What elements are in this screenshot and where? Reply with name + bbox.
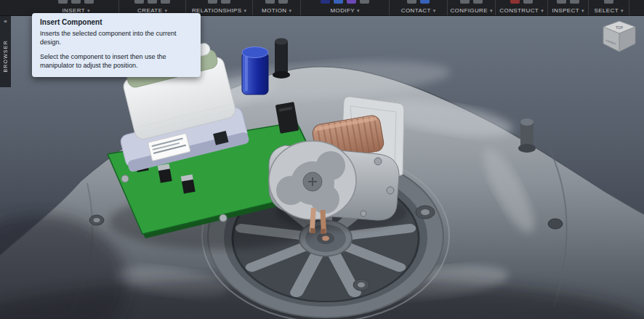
toolbar-icons: [119, 0, 185, 4]
toolbar-icons: [548, 0, 588, 4]
toolbar-icons: [253, 0, 300, 4]
toolbar-group-contact[interactable]: CONTACT ▾: [390, 0, 448, 15]
tool-icon[interactable]: [360, 0, 369, 4]
tool-icon[interactable]: [134, 0, 144, 4]
toolbar-label-relationships[interactable]: RELATIONSHIPS: [192, 7, 242, 14]
tool-icon[interactable]: [510, 0, 520, 4]
chevron-down-icon[interactable]: ▾: [87, 8, 90, 13]
view-cube[interactable]: TOP FRONT RIGHT: [599, 17, 640, 58]
toolbar-label-motion[interactable]: MOTION: [262, 7, 286, 14]
tool-icon[interactable]: [557, 0, 566, 4]
toolbar-icons: [33, 0, 118, 4]
tool-icon[interactable]: [278, 0, 288, 4]
tool-icon[interactable]: [221, 0, 230, 4]
chevron-down-icon[interactable]: ▾: [164, 8, 167, 13]
toolbar-icons: [186, 0, 252, 4]
tool-icon[interactable]: [460, 0, 470, 4]
toolbar-group-modify[interactable]: MODIFY ▾: [301, 0, 390, 15]
tooltip-paragraph: Inserts the selected component into the …: [40, 30, 193, 47]
capacitor[interactable]: [242, 47, 268, 95]
toolbar-icons: [496, 0, 547, 4]
chevron-down-icon[interactable]: ▾: [289, 8, 291, 13]
tool-icon[interactable]: [473, 0, 483, 4]
chevron-down-icon[interactable]: ▾: [433, 8, 436, 13]
cam-plate[interactable]: [269, 141, 356, 219]
tool-icon[interactable]: [265, 0, 275, 4]
tool-icon[interactable]: [347, 0, 356, 4]
toolbar-label-inspect[interactable]: INSPECT: [552, 7, 579, 14]
toolbar-group-construct[interactable]: CONSTRUCT ▾: [496, 0, 548, 15]
toolbar-label-contact[interactable]: CONTACT: [401, 7, 431, 14]
standoff-post[interactable]: [273, 39, 290, 79]
chevron-down-icon[interactable]: ▾: [357, 8, 360, 13]
tool-icon[interactable]: [523, 0, 533, 4]
toolbar-label-construct[interactable]: CONSTRUCT: [499, 7, 539, 14]
pcb-screw: [121, 175, 129, 182]
chevron-down-icon[interactable]: ▾: [621, 8, 624, 13]
browser-panel-tab[interactable]: « BROWSER: [0, 16, 11, 87]
toolbar-icons: [448, 0, 495, 4]
viewcube-top-label[interactable]: TOP: [616, 25, 624, 30]
tool-icon[interactable]: [420, 0, 430, 4]
toolbar-group-configure[interactable]: CONFIGURE ▾: [448, 0, 496, 15]
browser-tab-label[interactable]: BROWSER: [3, 40, 8, 73]
toolbar-group-motion[interactable]: MOTION ▾: [253, 0, 301, 15]
toolbar-icons: [390, 0, 447, 4]
tool-icon[interactable]: [334, 0, 343, 4]
toolbar-label-select[interactable]: SELECT: [594, 7, 619, 14]
collapse-panel-icon[interactable]: «: [4, 19, 7, 25]
tool-icon[interactable]: [58, 0, 68, 4]
toolbar-group-select[interactable]: SELECT ▾: [589, 0, 629, 15]
tool-icon[interactable]: [604, 0, 613, 4]
chevron-down-icon[interactable]: ▾: [490, 8, 493, 13]
tool-icon[interactable]: [148, 0, 157, 4]
pcb-screw: [220, 214, 227, 222]
toolbar-icons: [301, 0, 389, 4]
standoff-post-right[interactable]: [518, 118, 536, 153]
insert-component-tooltip: Insert Component Inserts the selected co…: [32, 13, 201, 77]
tool-icon[interactable]: [71, 0, 81, 4]
chevron-down-icon[interactable]: ▾: [541, 8, 544, 13]
tooltip-paragraph: Select the component to insert then use …: [40, 53, 193, 70]
tool-icon[interactable]: [84, 0, 94, 4]
toolbar-label-configure[interactable]: CONFIGURE: [450, 7, 488, 14]
toolbar-label-modify[interactable]: MODIFY: [330, 7, 355, 14]
chevron-down-icon[interactable]: ▾: [581, 8, 584, 13]
toolbar-group-inspect[interactable]: INSPECT ▾: [548, 0, 589, 15]
tool-icon[interactable]: [321, 0, 330, 4]
tool-icon[interactable]: [161, 0, 170, 4]
tool-icon[interactable]: [570, 0, 579, 4]
tool-icon[interactable]: [208, 0, 217, 4]
tooltip-title: Insert Component: [40, 18, 193, 26]
tool-icon[interactable]: [407, 0, 416, 4]
toolbar-icons: [589, 0, 629, 4]
chevron-down-icon[interactable]: ▾: [244, 8, 247, 13]
